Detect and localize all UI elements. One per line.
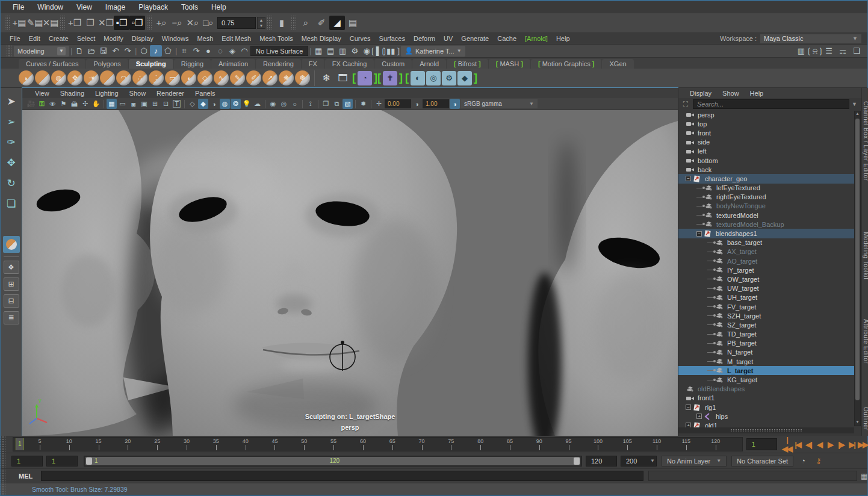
isolate-icon[interactable]: ⟟ bbox=[305, 99, 315, 109]
redo-icon[interactable]: ↷ bbox=[122, 45, 134, 57]
range-handle-right[interactable] bbox=[574, 457, 580, 465]
os-menu-file[interactable]: File bbox=[7, 2, 30, 13]
imprint-brush-icon[interactable]: ◖ bbox=[181, 70, 196, 85]
menu-surfaces[interactable]: Surfaces bbox=[375, 34, 409, 43]
outliner-item-fv-target[interactable]: FV_target bbox=[678, 302, 855, 311]
viewport-canvas[interactable]: y Sculpting on: L_targetShape persp bbox=[22, 110, 678, 436]
menu-mesh-display[interactable]: Mesh Display bbox=[297, 34, 346, 43]
wireframe-icon[interactable]: ◇ bbox=[187, 99, 197, 109]
gradient-slider-icon[interactable]: ▮ bbox=[274, 16, 290, 30]
character-set-select[interactable]: No Character Set bbox=[731, 456, 793, 467]
spray-brush-icon[interactable]: ⁚ bbox=[149, 70, 164, 85]
scroll-up-icon[interactable]: ▲ bbox=[855, 111, 860, 117]
right-tab-outliner[interactable]: Outliner bbox=[862, 405, 868, 433]
image-plane-icon[interactable]: 🏔 bbox=[69, 99, 79, 109]
zoom-frame-icon[interactable]: □⌕ bbox=[200, 16, 216, 30]
rotate-tool-button[interactable]: ↻ bbox=[3, 175, 20, 191]
shelf-tab-fx[interactable]: FX bbox=[302, 59, 324, 69]
expander-minus-icon[interactable]: − bbox=[686, 176, 691, 181]
outliner-item-texturedmodel[interactable]: texturedModel bbox=[678, 211, 855, 220]
gamma-icon[interactable]: ◑ bbox=[412, 99, 422, 109]
delete-layer-icon[interactable]: ✕▤ bbox=[43, 16, 58, 30]
outliner-item-bodynewtongue[interactable]: bodyNewTongue bbox=[678, 202, 855, 211]
right-tab-channel-box-layer-editor[interactable]: Channel Box / Layer Editor bbox=[862, 99, 868, 184]
outliner-item-n-target[interactable]: N_target bbox=[678, 348, 855, 357]
shelf-target-icon[interactable]: ◎ bbox=[426, 71, 441, 85]
new-scene-icon[interactable]: 🗋 bbox=[73, 45, 85, 57]
shelf-tab-rendering[interactable]: Rendering bbox=[256, 59, 301, 69]
snap-plane-icon[interactable]: ◈ bbox=[226, 45, 238, 57]
viewport-menu-show[interactable]: Show bbox=[124, 89, 152, 98]
layout-outliner-pane-button[interactable]: ≣ bbox=[4, 311, 19, 324]
exposure-icon[interactable]: ✛ bbox=[374, 99, 384, 109]
render-view-icon[interactable]: ▦ bbox=[312, 45, 324, 57]
outliner-item-kg-target[interactable]: KG_target bbox=[678, 375, 855, 384]
shelf-tab-arnold[interactable]: Arnold bbox=[412, 59, 446, 69]
drag-grip[interactable] bbox=[1, 483, 5, 495]
outliner-item-td-target[interactable]: TD_target bbox=[678, 330, 855, 339]
viewport-menu-shading[interactable]: Shading bbox=[55, 89, 90, 98]
flatten-brush-icon[interactable] bbox=[100, 70, 115, 85]
layout-two-pane-button[interactable]: ⊟ bbox=[4, 294, 19, 308]
ao-icon[interactable]: ◉ bbox=[268, 99, 278, 109]
view-transform-select[interactable]: sRGB gamma▼ bbox=[460, 99, 538, 108]
sculpt-tool-button[interactable] bbox=[3, 236, 20, 253]
outliner-item-top[interactable]: top bbox=[678, 119, 855, 128]
playback-options-icon[interactable]: ◔ bbox=[797, 456, 809, 467]
os-menu-image[interactable]: Image bbox=[99, 2, 131, 13]
view-axis-icon[interactable]: ✣ bbox=[80, 99, 90, 109]
film-gate-icon[interactable]: ▭ bbox=[117, 99, 128, 109]
shelf-tab-sculpting[interactable]: Sculpting bbox=[129, 59, 173, 69]
menu-edit-mesh[interactable]: Edit Mesh bbox=[217, 34, 255, 43]
relax-brush-icon[interactable]: ◍ bbox=[51, 70, 66, 85]
outliner-vscrollbar[interactable]: ▲ ▼ bbox=[854, 111, 861, 426]
outliner-item-texturedmodel-backup[interactable]: texturedModel_Backup bbox=[678, 220, 855, 229]
outliner-menu-show[interactable]: Show bbox=[717, 89, 745, 98]
outliner-item-ax-target[interactable]: AX_target bbox=[678, 247, 855, 256]
snap-projected-icon[interactable]: ◌ bbox=[214, 45, 226, 57]
unfreeze-icon[interactable]: ❄ bbox=[319, 70, 334, 85]
menu-file[interactable]: File bbox=[5, 34, 25, 43]
current-frame-marker[interactable]: 1 bbox=[16, 438, 23, 450]
range-handle-left[interactable] bbox=[86, 457, 92, 465]
animation-end-field[interactable]: 200 ▼ bbox=[621, 456, 657, 467]
filter-icon[interactable]: ⛶ bbox=[681, 99, 690, 109]
menu-display[interactable]: Display bbox=[128, 34, 158, 43]
shelf-tab-motion-graphics[interactable]: [ Motion Graphics ] bbox=[531, 59, 602, 69]
drag-grip[interactable] bbox=[7, 45, 11, 57]
os-menu-window[interactable]: Window bbox=[31, 2, 69, 13]
mel-label[interactable]: MEL bbox=[19, 473, 33, 480]
go-to-end-button[interactable]: ▶▶| bbox=[858, 440, 867, 449]
scrape-brush-icon[interactable]: ∿ bbox=[214, 70, 229, 85]
scale-value-field[interactable]: 0.75 bbox=[217, 17, 256, 29]
grab-brush-icon[interactable]: ✥ bbox=[67, 70, 82, 85]
shelf-gears-icon[interactable]: ⚙ bbox=[442, 71, 456, 85]
outliner-item-left[interactable]: left bbox=[678, 147, 855, 156]
outliner-item-rig1[interactable]: −rig1 bbox=[678, 403, 855, 412]
menu-cache[interactable]: Cache bbox=[493, 34, 521, 43]
outliner-item-front1[interactable]: front1 bbox=[678, 394, 855, 403]
go-to-start-button[interactable]: |◀◀ bbox=[782, 435, 792, 453]
freeze-brush-icon[interactable]: ❆ bbox=[295, 70, 310, 85]
right-tab-modeling-toolkit[interactable]: Modeling Toolkit bbox=[862, 229, 868, 282]
search-input[interactable]: Search... bbox=[693, 99, 849, 109]
menu-generate[interactable]: Generate bbox=[457, 34, 493, 43]
paint-select-tool-button[interactable]: ✑ bbox=[3, 134, 20, 150]
chevron-down-icon[interactable]: ▼ bbox=[852, 101, 859, 107]
knife-brush-icon[interactable]: ✐ bbox=[246, 70, 261, 85]
drag-grip[interactable] bbox=[1, 453, 5, 468]
outliner-item-character-geo[interactable]: −character_geo bbox=[678, 174, 855, 183]
magnifier-icon[interactable]: ⌕ bbox=[298, 16, 314, 30]
right-tab-attribute-editor[interactable]: Attribute Editor bbox=[862, 317, 868, 366]
menu-mesh-tools[interactable]: Mesh Tools bbox=[255, 34, 297, 43]
playback-start-field[interactable]: 1 bbox=[46, 456, 78, 467]
render-current-icon[interactable]: ▤ bbox=[324, 45, 336, 57]
pinch-brush-icon[interactable]: ⇥ bbox=[84, 70, 99, 85]
outliner-menu-display[interactable]: Display bbox=[684, 89, 717, 98]
playback-end-field[interactable]: 120 bbox=[586, 456, 617, 467]
aa-icon[interactable]: ◎ bbox=[279, 99, 289, 109]
outliner-item-sz-target[interactable]: SZ_target bbox=[678, 320, 855, 329]
menu-create[interactable]: Create bbox=[45, 34, 73, 43]
exposure-field[interactable]: 0.00 bbox=[385, 99, 411, 108]
drag-grip[interactable] bbox=[291, 16, 296, 30]
